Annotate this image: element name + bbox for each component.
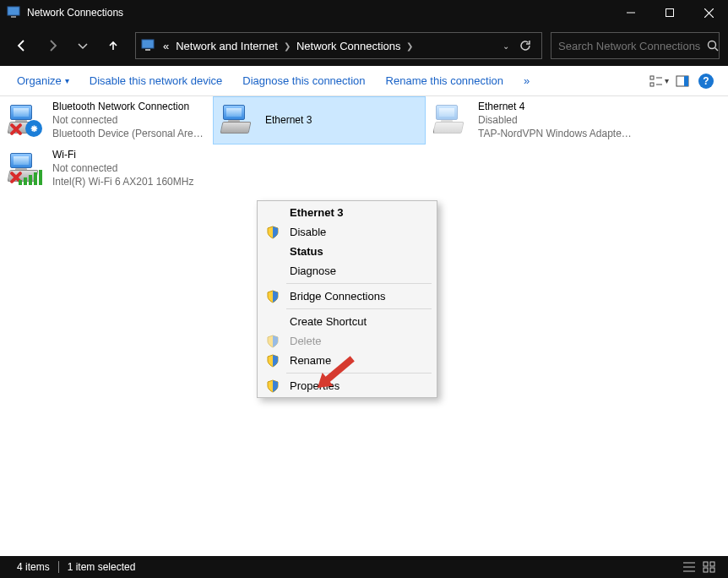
connection-name: Ethernet 4 [478, 100, 633, 113]
context-menu-header: Ethernet 3 [258, 203, 437, 222]
svg-point-8 [709, 41, 716, 49]
overflow-button[interactable]: » [513, 74, 540, 87]
minimize-button[interactable] [611, 0, 650, 25]
menu-separator [286, 373, 432, 374]
view-options-button[interactable]: ▾ [647, 69, 671, 93]
connection-device: Bluetooth Device (Personal Area ... [52, 127, 208, 140]
ctx-properties[interactable]: Properties [258, 376, 437, 395]
search-box[interactable] [551, 32, 720, 59]
wifi-bars-icon [19, 170, 42, 185]
shield-icon [266, 226, 280, 239]
refresh-button[interactable] [514, 40, 536, 52]
chevron-right-icon[interactable]: ❯ [281, 41, 293, 51]
shield-icon [266, 354, 280, 368]
ctx-disable[interactable]: Disable [258, 222, 437, 242]
svg-rect-15 [684, 76, 688, 86]
connection-tile-ethernet3[interactable]: Ethernet 3 [213, 96, 426, 144]
connection-device: Intel(R) Wi-Fi 6 AX201 160MHz [52, 175, 193, 188]
close-button[interactable] [689, 0, 728, 25]
window-title: Network Connections [27, 7, 611, 19]
rename-button[interactable]: Rename this connection [376, 74, 513, 87]
address-bar[interactable]: « Network and Internet ❯ Network Connect… [135, 32, 542, 59]
menu-separator [286, 308, 432, 309]
nav-back-button[interactable] [8, 32, 35, 59]
ctx-delete: Delete [258, 331, 437, 351]
connection-tile-bluetooth[interactable]: ⁕ Bluetooth Network Connection Not conne… [0, 96, 213, 144]
connection-tile-wifi[interactable]: Wi-Fi Not connected Intel(R) Wi-Fi 6 AX2… [0, 144, 213, 193]
status-bar: 4 items 1 item selected [0, 556, 728, 578]
nav-up-button[interactable] [100, 32, 127, 59]
chevron-down-icon: ▾ [65, 76, 69, 85]
nav-recent-button[interactable] [69, 32, 96, 59]
ctx-create-shortcut[interactable]: Create Shortcut [258, 312, 437, 331]
svg-rect-7 [145, 49, 150, 51]
svg-line-9 [715, 48, 719, 52]
disabled-overlay-icon [434, 103, 468, 137]
ctx-diagnose[interactable]: Diagnose [258, 261, 437, 281]
address-dropdown-button[interactable]: ⌄ [497, 41, 514, 51]
maximize-button[interactable] [650, 0, 689, 25]
connection-tile-ethernet4[interactable]: Ethernet 4 Disabled TAP-NordVPN Windows … [426, 96, 638, 144]
address-icon [141, 39, 155, 52]
breadcrumb-segment[interactable]: Network Connections [293, 40, 405, 52]
svg-rect-22 [710, 568, 714, 572]
connection-name: Ethernet 3 [265, 113, 312, 127]
search-input[interactable] [551, 40, 707, 52]
connection-name: Wi-Fi [52, 148, 193, 161]
navbar: « Network and Internet ❯ Network Connect… [0, 25, 728, 66]
titlebar: Network Connections [0, 0, 728, 25]
command-bar: Organize ▾ Disable this network device D… [0, 66, 728, 96]
svg-rect-21 [704, 568, 708, 572]
adapter-icon [218, 100, 258, 140]
details-view-button[interactable] [679, 559, 699, 575]
connection-status: Not connected [52, 161, 193, 175]
breadcrumb-segment[interactable]: Network and Internet [172, 40, 281, 52]
svg-rect-1 [11, 16, 16, 18]
shield-icon [266, 290, 280, 303]
svg-rect-3 [666, 9, 674, 17]
disable-device-button[interactable]: Disable this network device [79, 74, 233, 87]
tiles-view-button[interactable] [699, 559, 720, 575]
menu-separator [286, 283, 432, 284]
search-icon[interactable] [707, 40, 719, 52]
svg-rect-11 [650, 83, 654, 86]
app-icon [7, 6, 20, 19]
chevron-right-icon[interactable]: ❯ [404, 41, 416, 51]
help-icon: ? [698, 74, 714, 89]
nav-forward-button[interactable] [39, 32, 66, 59]
adapter-icon [431, 100, 471, 140]
diagnose-button[interactable]: Diagnose this connection [232, 74, 375, 87]
shield-icon [266, 379, 280, 393]
content-area[interactable]: ⁕ Bluetooth Network Connection Not conne… [0, 96, 728, 556]
preview-pane-button[interactable] [671, 69, 694, 93]
ctx-bridge[interactable]: Bridge Connections [258, 286, 437, 306]
help-button[interactable]: ? [694, 69, 718, 93]
svg-rect-0 [8, 7, 19, 15]
svg-rect-20 [710, 562, 714, 566]
svg-rect-10 [650, 76, 654, 79]
status-item-count: 4 items [8, 561, 58, 573]
adapter-icon [5, 148, 46, 188]
svg-rect-6 [142, 40, 154, 48]
bluetooth-icon: ⁕ [25, 120, 42, 137]
connection-status: Not connected [52, 113, 208, 127]
svg-rect-19 [704, 562, 708, 566]
ctx-status[interactable]: Status [258, 242, 437, 261]
connection-name: Bluetooth Network Connection [52, 100, 208, 113]
error-x-icon [8, 122, 24, 137]
connection-status: Disabled [478, 113, 633, 127]
organize-menu[interactable]: Organize ▾ [10, 74, 79, 87]
shield-icon [266, 335, 280, 348]
status-selected-count: 1 item selected [59, 561, 144, 573]
adapter-icon: ⁕ [5, 100, 46, 140]
connection-device: TAP-NordVPN Windows Adapter ... [478, 127, 633, 140]
context-menu: Ethernet 3 Disable Status Diagnose Bridg… [257, 200, 437, 398]
breadcrumb-prefix[interactable]: « [160, 40, 172, 52]
